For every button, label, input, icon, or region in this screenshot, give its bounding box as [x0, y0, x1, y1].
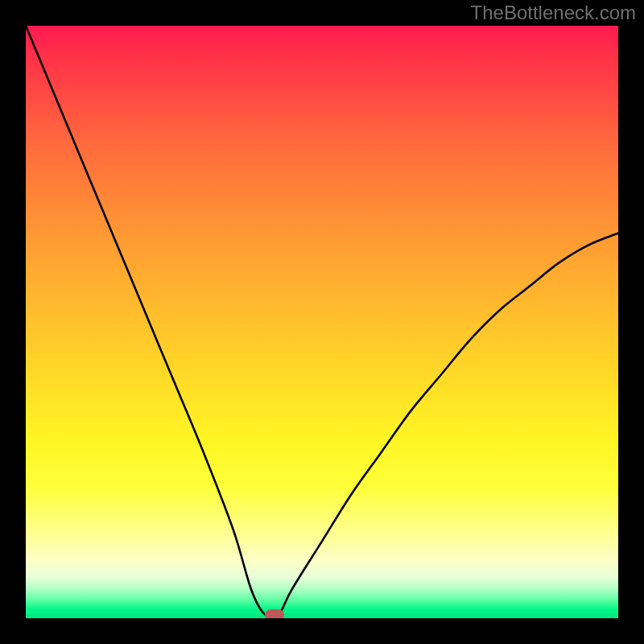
chart-frame: TheBottleneck.com [0, 0, 644, 644]
watermark-label: TheBottleneck.com [471, 2, 636, 24]
bottleneck-curve [26, 26, 618, 618]
optimal-marker-icon [265, 609, 284, 618]
plot-area [26, 26, 618, 618]
